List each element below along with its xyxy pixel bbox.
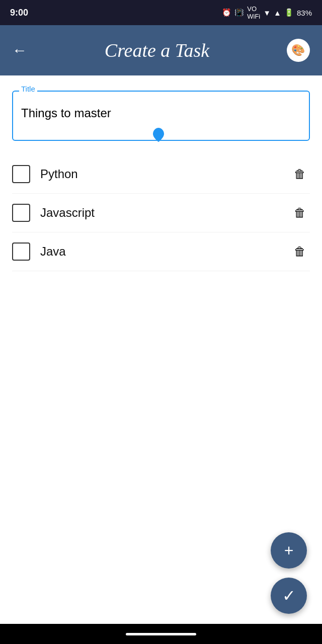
status-bar: 9:00 ⏰ 📳 VOWiFi ▼ ▲ 🔋 83% xyxy=(0,0,322,25)
task-list: Python 🗑 Javascript 🗑 Java 🗑 xyxy=(12,155,310,271)
task-checkbox-1[interactable] xyxy=(12,165,30,183)
palette-button[interactable]: 🎨 xyxy=(287,39,310,62)
signal-icon: ▲ xyxy=(274,9,281,17)
status-time: 9:00 xyxy=(10,8,28,18)
page-title: Create a Task xyxy=(105,39,209,61)
task-label-1: Python xyxy=(40,167,290,181)
list-item: Python 🗑 xyxy=(12,155,310,194)
bottom-bar-indicator xyxy=(126,633,196,635)
fab-container: + ✓ xyxy=(271,532,307,614)
task-checkbox-2[interactable] xyxy=(12,204,30,222)
list-item: Java 🗑 xyxy=(12,232,310,271)
confirm-button[interactable]: ✓ xyxy=(271,578,307,614)
main-content: Title Python 🗑 Javascript 🗑 Java 🗑 xyxy=(0,75,322,271)
wifi-icon: ▼ xyxy=(263,9,271,17)
add-task-button[interactable]: + xyxy=(271,532,307,569)
task-label-2: Javascript xyxy=(40,206,290,220)
alarm-icon: ⏰ xyxy=(222,8,231,17)
bottom-nav-bar xyxy=(0,624,322,644)
battery-icon: 🔋 xyxy=(284,8,294,17)
app-bar: ← Create a Task 🎨 xyxy=(0,25,322,75)
vibrate-icon: 📳 xyxy=(234,8,244,17)
list-item: Javascript 🗑 xyxy=(12,194,310,232)
delete-button-3[interactable]: 🗑 xyxy=(290,243,310,261)
wifi-calling-icon: VOWiFi xyxy=(247,5,260,20)
task-label-3: Java xyxy=(40,245,290,259)
delete-button-1[interactable]: 🗑 xyxy=(290,165,310,183)
delete-button-2[interactable]: 🗑 xyxy=(290,204,310,222)
battery-percent: 83% xyxy=(297,9,312,17)
title-field-wrapper: Title xyxy=(12,91,310,141)
text-cursor-indicator xyxy=(153,128,164,142)
status-icons: ⏰ 📳 VOWiFi ▼ ▲ 🔋 83% xyxy=(222,5,312,20)
back-button[interactable]: ← xyxy=(12,42,27,59)
task-checkbox-3[interactable] xyxy=(12,243,30,261)
title-label: Title xyxy=(19,85,37,93)
